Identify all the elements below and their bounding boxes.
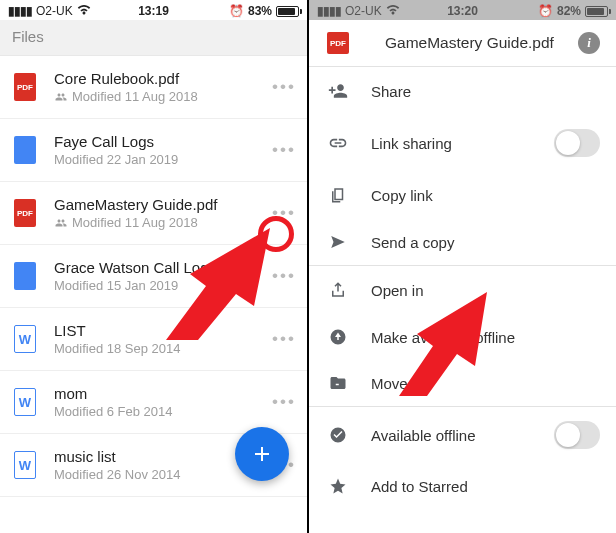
file-name: Core Rulebook.pdf [54, 70, 271, 87]
star-icon [327, 477, 349, 495]
status-bar: ▮▮▮▮ O2-UK 13:19 ⏰ 83% [0, 0, 307, 20]
fab-add-button[interactable] [235, 427, 289, 481]
sheet-header: PDF GameMastery Guide.pdf i [309, 20, 616, 66]
alarm-icon: ⏰ [229, 4, 244, 18]
open-in-icon [327, 280, 349, 300]
option-available-offline[interactable]: Available offline [309, 407, 616, 463]
more-button[interactable]: ••• [271, 140, 297, 160]
carrier-label: O2-UK [36, 4, 73, 18]
toggle-switch[interactable] [554, 421, 600, 449]
file-meta: Modified 26 Nov 2014 [54, 467, 271, 482]
annotation-arrow [148, 220, 298, 340]
option-label: Add to Starred [371, 478, 600, 495]
wifi-icon [386, 4, 400, 18]
toggle-switch[interactable] [554, 129, 600, 157]
file-meta: Modified 11 Aug 2018 [54, 89, 271, 104]
signal-icon: ▮▮▮▮ [317, 4, 341, 18]
battery-pct: 82% [557, 4, 581, 18]
person-add-icon [327, 81, 349, 101]
pdf-icon: PDF [327, 32, 349, 54]
battery-icon [276, 6, 299, 17]
option-share[interactable]: Share [309, 67, 616, 115]
alarm-icon: ⏰ [538, 4, 553, 18]
file-name: GameMastery Guide.pdf [54, 196, 271, 213]
option-label: Copy link [371, 187, 600, 204]
shared-icon [54, 91, 68, 103]
wifi-icon [77, 4, 91, 18]
battery-icon [585, 6, 608, 17]
info-button[interactable]: i [578, 32, 600, 54]
more-button[interactable]: ••• [271, 392, 297, 412]
actions-sheet-screen: ▮▮▮▮ O2-UK 13:20 ⏰ 82% PDF GameMastery G… [309, 0, 616, 533]
doc-icon [14, 136, 36, 164]
file-info: Faye Call LogsModified 22 Jan 2019 [54, 133, 271, 167]
file-meta: Modified 18 Sep 2014 [54, 341, 271, 356]
more-button[interactable]: ••• [271, 77, 297, 97]
copy-icon [327, 185, 349, 205]
battery-pct: 83% [248, 4, 272, 18]
word-icon: W [14, 325, 36, 353]
file-name: Faye Call Logs [54, 133, 271, 150]
offline-icon [327, 328, 349, 346]
option-label: Send a copy [371, 234, 600, 251]
option-send-copy[interactable]: Send a copy [309, 219, 616, 265]
file-info: Core Rulebook.pdfModified 11 Aug 2018 [54, 70, 271, 104]
files-screen: ▮▮▮▮ O2-UK 13:19 ⏰ 83% Files PDFCore Rul… [0, 0, 307, 533]
file-row[interactable]: Faye Call LogsModified 22 Jan 2019••• [0, 119, 307, 182]
send-icon [327, 233, 349, 251]
shared-icon [54, 217, 68, 229]
status-bar: ▮▮▮▮ O2-UK 13:20 ⏰ 82% [309, 0, 616, 20]
file-info: momModified 6 Feb 2014 [54, 385, 271, 419]
link-icon [327, 133, 349, 153]
pdf-icon: PDF [14, 199, 36, 227]
time-label: 13:20 [447, 4, 478, 18]
files-header: Files [0, 20, 307, 56]
file-row[interactable]: PDFCore Rulebook.pdfModified 11 Aug 2018… [0, 56, 307, 119]
option-label: Share [371, 83, 600, 100]
option-link-sharing[interactable]: Link sharing [309, 115, 616, 171]
offline-pin-icon [327, 426, 349, 444]
time-label: 13:19 [138, 4, 169, 18]
word-icon: W [14, 451, 36, 479]
option-label: Link sharing [371, 135, 554, 152]
option-copy-link[interactable]: Copy link [309, 171, 616, 219]
option-add-starred[interactable]: Add to Starred [309, 463, 616, 509]
folder-move-icon [327, 374, 349, 392]
annotation-arrow [383, 286, 513, 396]
carrier-label: O2-UK [345, 4, 382, 18]
file-meta: Modified 22 Jan 2019 [54, 152, 271, 167]
file-name: mom [54, 385, 271, 402]
option-label: Available offline [371, 427, 554, 444]
file-meta: Modified 6 Feb 2014 [54, 404, 271, 419]
signal-icon: ▮▮▮▮ [8, 4, 32, 18]
doc-icon [14, 262, 36, 290]
file-row[interactable]: WmomModified 6 Feb 2014••• [0, 371, 307, 434]
sheet-title: GameMastery Guide.pdf [385, 34, 578, 52]
pdf-icon: PDF [14, 73, 36, 101]
word-icon: W [14, 388, 36, 416]
plus-icon [250, 442, 274, 466]
